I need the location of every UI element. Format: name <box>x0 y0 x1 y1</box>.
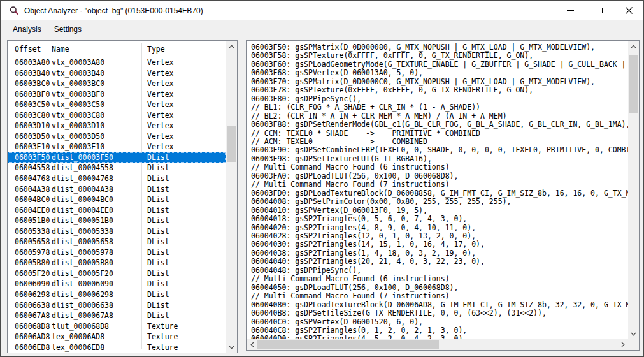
table-row[interactable]: 06006638dlist_00006638DList <box>8 300 226 311</box>
table-row[interactable]: 060051B0dlist_000051B0DList <box>8 215 226 226</box>
chevron-right-icon <box>621 342 625 347</box>
scrollbar-down-button[interactable] <box>628 328 639 339</box>
table-row[interactable]: 06006090dlist_00006090DList <box>8 279 226 289</box>
type-cell: DList <box>147 173 226 184</box>
offset-cell: 06004BC0 <box>15 194 52 205</box>
offset-cell: 06003C80 <box>15 110 52 121</box>
table-row[interactable]: 06004768dlist_00004768DList <box>8 173 226 184</box>
scrollbar-up-button[interactable] <box>628 41 639 52</box>
scrollbar-down-button[interactable] <box>226 342 237 353</box>
code-line: 06004008: gsDPSetPrimColor(0x00, 0x80, 2… <box>251 198 628 206</box>
chevron-down-icon <box>229 346 234 349</box>
code-vertical-scrollbar[interactable] <box>628 41 639 339</box>
table-row[interactable]: 06003E10vtx_00003E10Vertex <box>8 142 226 152</box>
menu-analysis[interactable]: Analysis <box>6 20 48 38</box>
name-cell: tex_00006ED8 <box>52 342 147 353</box>
name-cell: vtx_00003D50 <box>52 131 147 142</box>
table-row[interactable]: 06003D50vtx_00003D50Vertex <box>8 131 226 142</box>
code-line: 06004028: gsSP2Triangles(12, 0, 1, 0, 13… <box>251 232 628 240</box>
table-row[interactable]: 06006AD8tex_00006AD8Texture <box>8 332 226 342</box>
minimize-button[interactable] <box>555 1 585 20</box>
name-cell: dlist_00004558 <box>52 163 147 173</box>
maximize-button[interactable] <box>585 1 614 20</box>
minimize-icon <box>567 10 574 11</box>
type-cell: Vertex <box>147 120 226 131</box>
table-row[interactable]: 06003BC0vtx_00003BC0Vertex <box>8 78 226 89</box>
scrollbar-thumb[interactable] <box>227 126 236 162</box>
column-header-name[interactable]: Name <box>52 45 147 54</box>
column-header-offset[interactable]: Offset <box>15 45 52 54</box>
close-button[interactable] <box>614 1 643 20</box>
code-line: 06003F88: gsDPSetRenderMode(GBL_c1(G_BL_… <box>251 120 628 129</box>
table-row[interactable]: 06003B40vtx_00003B40Vertex <box>8 68 226 79</box>
table-row[interactable]: 06003BF0vtx_00003BF0Vertex <box>8 89 226 100</box>
table-row[interactable]: 06005658dlist_00005658DList <box>8 237 226 247</box>
table-row[interactable]: 06003C80vtx_00003C80Vertex <box>8 110 226 121</box>
offset-cell: 06003D10 <box>15 120 52 131</box>
table-row[interactable]: 06004BC0dlist_00004BC0DList <box>8 194 226 205</box>
table-row[interactable]: 06003F50dlist_00003F50DList <box>8 152 226 163</box>
offset-cell: 06003BC0 <box>15 78 52 89</box>
titlebar[interactable]: Object Analyzer - "object_bg" (0153E000-… <box>1 1 643 20</box>
type-cell: DList <box>147 205 226 216</box>
offset-cell: 06006638 <box>15 300 52 311</box>
type-cell: Vertex <box>147 89 226 100</box>
type-cell: Vertex <box>147 99 226 110</box>
name-cell: tlut_000068D8 <box>52 321 147 332</box>
type-cell: DList <box>147 310 226 321</box>
table-row[interactable]: 06003D10vtx_00003D10Vertex <box>8 120 226 131</box>
code-line: // ACM: TEXEL0 -> COMBINED <box>251 138 628 146</box>
offset-cell: 06004558 <box>15 163 52 173</box>
code-line: // Multi Command Macro Found (7 instruct… <box>251 292 628 300</box>
type-cell: DList <box>147 268 226 279</box>
code-line: 06003F70: gsSPMatrix(D_0D0000C0, G_MTX_N… <box>251 78 628 86</box>
code-line: 06003F98: gsDPSetTextureLUT(G_TT_RGBA16)… <box>251 155 628 163</box>
table-vertical-scrollbar[interactable] <box>226 41 237 353</box>
menubar: Analysis Settings <box>1 20 643 38</box>
type-cell: DList <box>147 247 226 258</box>
code-line: // Multi Command Macro Found (7 instruct… <box>251 180 628 189</box>
code-line: 06004050: gsDPLoadTLUT(256, 0x100, D_060… <box>251 284 628 292</box>
table-row[interactable]: 06004A38dlist_00004A38DList <box>8 184 226 195</box>
table-row[interactable]: 060068D8tlut_000068D8Texture <box>8 321 226 332</box>
scrollbar-thumb[interactable] <box>257 340 439 349</box>
type-cell: DList <box>147 152 226 163</box>
table-rows[interactable]: 06003A80vtx_00003A80Vertex06003B40vtx_00… <box>8 57 226 353</box>
scrollbar-thumb[interactable] <box>629 55 638 113</box>
table-row[interactable]: 06006ED8tex_00006ED8Texture <box>8 342 226 353</box>
scrollbar-up-button[interactable] <box>226 41 237 52</box>
name-cell: dlist_00005658 <box>52 237 147 247</box>
table-row[interactable]: 06006298dlist_00006298DList <box>8 289 226 300</box>
menu-settings[interactable]: Settings <box>48 20 88 38</box>
offset-cell: 06003D50 <box>15 131 52 142</box>
code-line: // CCM: TEXEL0 * SHADE -> PRIMITIVE * CO… <box>251 129 628 138</box>
table-row[interactable]: 06005338dlist_00005338DList <box>8 226 226 237</box>
type-cell: DList <box>147 289 226 300</box>
offset-cell: 06003B40 <box>15 68 52 79</box>
table-row[interactable]: 06004EE0dlist_00004EE0DList <box>8 205 226 216</box>
code-line: 06003F68: gsSPVertex(D_060013A0, 5, 0), <box>251 69 628 77</box>
code-line: 06004040: gsSP2Triangles(20, 21, 4, 0, 3… <box>251 258 628 266</box>
table-row[interactable]: 060067A8dlist_000067A8DList <box>8 310 226 321</box>
table-row[interactable]: 06003A80vtx_00003A80Vertex <box>8 57 226 68</box>
code-horizontal-scrollbar[interactable] <box>247 339 628 350</box>
name-cell: dlist_00004EE0 <box>52 205 147 216</box>
scrollbar-right-button[interactable] <box>617 339 628 350</box>
scrollbar-corner <box>628 339 639 350</box>
table-row[interactable]: 06005F20dlist_00005F20DList <box>8 268 226 279</box>
name-cell: dlist_000067A8 <box>52 310 147 321</box>
disassembly-text[interactable]: 06003F50: gsSPMatrix(D_0D000080, G_MTX_N… <box>247 41 628 339</box>
table-row[interactable]: 06005B80dlist_00005B80DList <box>8 258 226 268</box>
table-row[interactable]: 06003C50vtx_00003C50Vertex <box>8 99 226 110</box>
close-icon <box>626 7 633 14</box>
table-row[interactable]: 06005978dlist_00005978DList <box>8 247 226 258</box>
scrollbar-left-button[interactable] <box>247 339 257 350</box>
table-row[interactable]: 06004558dlist_00004558DList <box>8 163 226 173</box>
type-cell: Texture <box>147 321 226 332</box>
code-line: 06004018: gsSP2Triangles(0, 5, 6, 0, 7, … <box>251 215 628 223</box>
offset-cell: 060067A8 <box>15 310 52 321</box>
name-cell: dlist_00003F50 <box>52 152 147 163</box>
column-header-type[interactable]: Type <box>147 45 226 54</box>
offset-cell: 06006AD8 <box>15 332 52 342</box>
code-line: 06003F60: gsSPLoadGeometryMode(G_TEXTURE… <box>251 61 628 69</box>
